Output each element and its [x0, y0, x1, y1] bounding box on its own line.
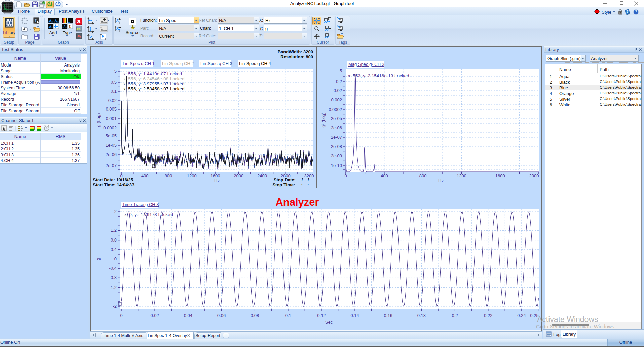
svg-text:?: ? — [635, 10, 637, 14]
svg-text:0.12: 0.12 — [317, 313, 326, 318]
svg-text:Hz: Hz — [214, 178, 220, 183]
svg-text:0.2: 0.2 — [452, 313, 458, 318]
svg-text:Hz: Hz — [438, 178, 444, 183]
svg-text:Time Trace g CH 3: Time Trace g CH 3 — [122, 202, 159, 207]
svg-text:0.1: 0.1 — [111, 89, 117, 94]
svg-text:-0.8: -0.8 — [109, 275, 117, 280]
svg-text:2: 2 — [114, 209, 117, 214]
svg-text:2e-06: 2e-06 — [106, 152, 117, 157]
svg-text:Stop Time: __:__:__: Stop Time: __:__:__ — [272, 182, 314, 187]
svg-text:2400: 2400 — [257, 173, 267, 178]
svg-text:0: 0 — [120, 313, 122, 318]
svg-text:2e-06: 2e-06 — [331, 125, 342, 130]
svg-text:Start Date: 10/16/25: Start Date: 10/16/25 — [93, 177, 133, 182]
svg-text:2e-07: 2e-07 — [106, 163, 117, 168]
svg-text:0.0002: 0.0002 — [103, 125, 117, 130]
svg-text:2e-07: 2e-07 — [331, 135, 342, 140]
svg-text:Stop Date: __/__/__: Stop Date: __/__/__ — [274, 177, 314, 182]
svg-text:0.4: 0.4 — [111, 247, 117, 252]
svg-text:x: 556, y: 2.58458e-07 Locked: x: 556, y: 2.58458e-07 Locked — [123, 86, 185, 91]
svg-text:-2: -2 — [113, 304, 117, 309]
svg-text:g: g — [96, 258, 101, 260]
svg-text:0.02: 0.02 — [108, 98, 117, 103]
svg-text:5: 5 — [114, 69, 117, 74]
svg-text:1e-10: 1e-10 — [331, 163, 342, 168]
svg-text:2000: 2000 — [234, 173, 243, 178]
svg-text:0.16: 0.16 — [384, 313, 392, 318]
svg-text:2e-09: 2e-09 — [331, 153, 342, 158]
svg-text:x: 556, y: 6.24546e-08 Locked: x: 556, y: 6.24546e-08 Locked — [123, 76, 185, 81]
svg-text:0.8: 0.8 — [111, 237, 117, 243]
svg-text:Mag Spec g² CH 3: Mag Spec g² CH 3 — [348, 62, 384, 67]
svg-text:0.02: 0.02 — [151, 313, 159, 318]
svg-text:400: 400 — [141, 173, 149, 178]
svg-text:0.2: 0.2 — [336, 79, 342, 84]
svg-text:Sec: Sec — [325, 320, 333, 325]
svg-text:0: 0 — [114, 256, 117, 261]
svg-text:g² (Log): g² (Log) — [321, 112, 326, 128]
svg-text:0.18: 0.18 — [417, 313, 426, 318]
svg-text:2e-05: 2e-05 — [331, 116, 342, 121]
svg-text:800: 800 — [165, 173, 172, 178]
svg-text:0.001: 0.001 — [106, 116, 117, 121]
svg-text:1200: 1200 — [187, 173, 197, 178]
svg-text:T.: T. — [69, 25, 71, 28]
svg-text:1600: 1600 — [211, 173, 220, 178]
svg-text:0.005: 0.005 — [106, 106, 117, 112]
svg-text:Lin Spec g CH 3: Lin Spec g CH 3 — [200, 61, 232, 66]
svg-text:0.14: 0.14 — [350, 313, 359, 318]
svg-text:0.06: 0.06 — [217, 313, 226, 318]
svg-text:Start Time: 14:04:33: Start Time: 14:04:33 — [93, 182, 134, 187]
svg-text:Resolution: 800: Resolution: 800 — [280, 54, 313, 59]
svg-text:-1.2: -1.2 — [109, 285, 117, 290]
svg-text:Lin Spec g CH 4: Lin Spec g CH 4 — [239, 61, 271, 66]
svg-text:Lin Spec g CH 2: Lin Spec g CH 2 — [162, 61, 194, 66]
svg-text:0.22: 0.22 — [484, 313, 492, 318]
svg-text:x: 552, y: 2.15416e-13 Locked: x: 552, y: 2.15416e-13 Locked — [348, 73, 409, 78]
svg-text:0.04: 0.04 — [184, 313, 192, 318]
svg-text:Analyzer: Analyzer — [275, 196, 319, 208]
svg-text:0.5: 0.5 — [111, 80, 117, 85]
svg-text:1e-05: 1e-05 — [106, 143, 117, 148]
svg-text:0.002: 0.002 — [331, 97, 342, 102]
svg-text:0.0002: 0.0002 — [329, 107, 342, 112]
svg-text:0.1: 0.1 — [285, 313, 291, 318]
svg-text:g (Log): g (Log) — [96, 113, 101, 127]
svg-text:x: 556, y: 3.97955e-07 Locked: x: 556, y: 3.97955e-07 Locked — [123, 81, 185, 86]
svg-text:-0.4: -0.4 — [109, 266, 117, 271]
svg-text:Lin Spec g CH 1: Lin Spec g CH 1 — [123, 61, 155, 66]
svg-text:2e-08: 2e-08 — [331, 144, 342, 149]
svg-text:x: 0, y: -1.79173 Locked: x: 0, y: -1.79173 Locked — [124, 212, 173, 217]
svg-text:1.2: 1.2 — [111, 228, 117, 233]
svg-text:0.08: 0.08 — [251, 313, 259, 318]
svg-text:5: 5 — [340, 68, 342, 73]
svg-text:BandWidth: 3200: BandWidth: 3200 — [278, 49, 313, 54]
svg-text:2000: 2000 — [529, 173, 539, 178]
svg-text:0.02: 0.02 — [334, 88, 342, 93]
svg-text:0.24: 0.24 — [517, 313, 526, 318]
svg-text:x: 556, y: 1.4419e-07 Locked: x: 556, y: 1.4419e-07 Locked — [123, 71, 182, 76]
svg-text:5e-05: 5e-05 — [106, 133, 117, 138]
